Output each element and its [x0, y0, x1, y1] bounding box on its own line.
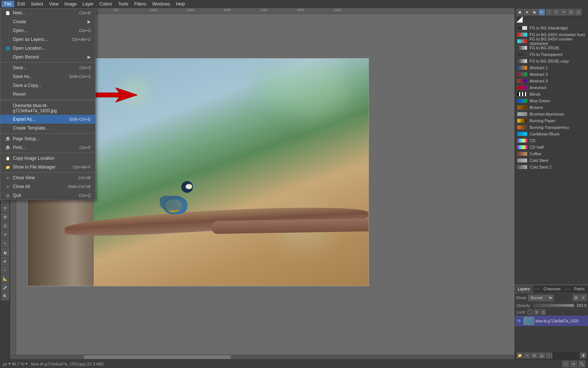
menu-entry-quit[interactable]: ⏻QuitCtrl+Q — [0, 191, 95, 200]
menu-windows[interactable]: Windows — [149, 1, 173, 7]
gradient-item-11[interactable]: Blue Green — [516, 98, 587, 104]
menu-colors[interactable]: Colors — [97, 1, 115, 7]
gradient-item-20[interactable]: Cold Steel — [516, 157, 587, 164]
menu-layer[interactable]: Layer — [80, 1, 97, 7]
lock-pixels-icon[interactable]: ⬛ — [527, 309, 533, 315]
tool-align[interactable]: ⊞ — [1, 213, 9, 221]
right-icon-7[interactable]: ≡ — [560, 9, 567, 15]
menu-entry-overwrite[interactable]: Overwrite blue-tit-g713e6a47a_1920.jpg — [0, 102, 95, 115]
tool-color-picker[interactable]: 💉 — [1, 283, 9, 291]
menu-entry-export-as[interactable]: Export As...Shift+Ctrl+E — [0, 115, 95, 124]
new-layer-btn[interactable]: + — [524, 353, 530, 358]
menu-filters[interactable]: Filters — [131, 1, 149, 7]
tool-move[interactable]: ✛ — [1, 204, 9, 212]
menu-entry-close-all[interactable]: ✕Close AllShift+Ctrl+W — [0, 182, 95, 191]
gradient-item-10[interactable]: Blinds — [516, 91, 587, 98]
menu-entry-create-template[interactable]: Create Template... — [0, 124, 95, 132]
menu-entry-save[interactable]: Save...Ctrl+S — [0, 63, 95, 72]
menu-entry-create[interactable]: Create▶ — [0, 17, 95, 26]
tool-crop[interactable]: ⊡ — [1, 222, 9, 230]
menu-entry-revert[interactable]: Revert — [0, 90, 95, 99]
right-icon-fg-bg[interactable] — [516, 16, 523, 23]
gradient-item-18[interactable]: CD Half — [516, 144, 587, 151]
tool-rotate[interactable]: ↺ — [1, 230, 9, 238]
gradient-item-15[interactable]: Burning Transparency — [516, 124, 587, 131]
gradient-item-8[interactable]: Abstract 3 — [516, 78, 587, 84]
menu-entry-save-as[interactable]: Save As...Shift+Ctrl+S — [0, 72, 95, 81]
tool-measure[interactable]: 📐 — [1, 275, 9, 283]
menu-image[interactable]: Image — [61, 1, 79, 7]
tab-channels[interactable]: Channels — [541, 286, 564, 293]
new-layer-group-btn[interactable]: 📁 — [516, 353, 523, 358]
delete-layer-btn[interactable]: 🗑 — [580, 353, 587, 358]
horizontal-scrollbar[interactable] — [10, 355, 514, 359]
visibility-icon[interactable]: 👁 — [516, 318, 522, 324]
gradient-item-5[interactable]: FG to BG (RGB) copy — [516, 58, 587, 64]
lock-alpha-icon[interactable]: ◻ — [541, 309, 546, 315]
lock-position-icon[interactable]: ✛ — [534, 309, 539, 315]
menu-entry-open[interactable]: Open...Ctrl+O — [0, 26, 95, 35]
gradient-item-21[interactable]: Cold Steel 2 — [516, 164, 587, 170]
refresh-icon[interactable]: ↺ — [580, 294, 587, 301]
tool-flip[interactable]: ↔ — [1, 266, 9, 274]
duplicate-layer-btn[interactable]: ⧉ — [531, 353, 538, 358]
chain-icon[interactable]: ⛓ — [573, 294, 579, 301]
gradient-item-19[interactable]: Coffee — [516, 151, 587, 157]
menu-entry-open-location[interactable]: 🌐Open Location... — [0, 44, 95, 53]
menu-entry-show-in-file-manager[interactable]: 📁Show in File ManagerCtrl+Alt+F — [0, 163, 95, 171]
menu-entry-close-view[interactable]: ✕Close ViewCtrl+W — [0, 173, 95, 182]
right-icon-4[interactable]: ⊞ — [538, 9, 545, 15]
menu-entry-new[interactable]: 📄New...Ctrl+N — [0, 8, 95, 17]
right-icon-9[interactable]: ◱ — [575, 9, 582, 15]
scrollbar-thumb[interactable] — [84, 355, 231, 359]
right-icon-8[interactable]: ⊡ — [568, 9, 574, 15]
gradient-item-9[interactable]: Aneurism — [516, 84, 587, 91]
layer-entry[interactable]: 👁 blue-tit-g713e6a47a_1920 — [515, 316, 588, 326]
gradient-item-17[interactable]: CD — [516, 137, 587, 144]
right-icon-3[interactable]: ▣ — [531, 9, 538, 15]
gradient-item-6[interactable]: Abstract 1 — [516, 64, 587, 71]
gradients-panel[interactable]: FG to BG (Hardedge)FG to BG (HSV clockwi… — [515, 24, 588, 284]
menu-shortcut-save-as: Shift+Ctrl+S — [69, 74, 91, 79]
menu-entry-save-copy[interactable]: Save a Copy... — [0, 81, 95, 90]
zoom-dropdown-arrow[interactable]: ▾ — [8, 361, 11, 366]
menu-entry-page-setup[interactable]: 🖨️Page Setup... — [0, 134, 95, 143]
merge-down-btn[interactable]: ↓ — [546, 353, 552, 358]
gradient-item-4[interactable]: FG to Transparent — [516, 51, 587, 58]
gradient-item-7[interactable]: Abstract 2 — [516, 71, 587, 78]
mode-label: Mode — [516, 296, 527, 300]
zoom-dropdown-arrow2[interactable]: ▾ — [25, 361, 28, 366]
tool-perspective[interactable]: ⬖ — [1, 257, 9, 265]
menu-entry-copy-image-location[interactable]: 📋Copy Image Location — [0, 154, 95, 163]
tool-shear[interactable]: ⬕ — [1, 248, 9, 256]
gradient-item-13[interactable]: Brushed Aluminium — [516, 111, 587, 117]
gradient-item-12[interactable]: Browns — [516, 104, 587, 111]
tool-zoom[interactable]: 🔍 — [1, 292, 9, 300]
status-icon-2[interactable]: ↺ — [570, 361, 577, 367]
mode-select[interactable]: Normal Multiply Screen — [528, 295, 554, 301]
status-icon-3[interactable]: 🔧 — [578, 361, 585, 367]
menu-entry-open-as-layers[interactable]: Open as Layers...Ctrl+Alt+O — [0, 35, 95, 44]
gradient-item-14[interactable]: Burning Paper — [516, 117, 587, 124]
gradient-label-10: Blinds — [530, 92, 541, 96]
right-icon-6[interactable]: ⬡ — [553, 9, 560, 15]
menu-edit[interactable]: Edit — [14, 1, 28, 7]
menu-help[interactable]: Help — [173, 1, 188, 7]
right-icon-1[interactable]: ◼ — [516, 9, 523, 15]
anchor-layer-btn[interactable]: ⚓ — [538, 353, 545, 358]
menu-view[interactable]: View — [46, 1, 61, 7]
menu-select[interactable]: Select — [28, 1, 46, 7]
menu-entry-print[interactable]: 🖨️Print...Ctrl+P — [0, 143, 95, 152]
menu-file[interactable]: File — [1, 1, 14, 7]
status-icon-1[interactable]: ⬚ — [562, 361, 569, 367]
gradient-item-16[interactable]: Caribbean Blues — [516, 131, 587, 137]
gradient-item-0[interactable]: FG to BG (Hardedge) — [516, 25, 587, 31]
menu-entry-open-recent[interactable]: Open Recent▶ — [0, 53, 95, 61]
right-icon-5[interactable]: □ — [546, 9, 552, 15]
tool-scale[interactable]: ⤡ — [1, 239, 9, 247]
right-icon-2[interactable]: ■ — [524, 9, 530, 15]
menu-tools[interactable]: Tools — [115, 1, 131, 7]
gradient-item-2[interactable]: FG to BG (HSV counter-clockwise) — [516, 38, 587, 45]
tab-paths[interactable]: Paths — [571, 286, 588, 293]
tab-layers[interactable]: Layers — [515, 286, 533, 293]
